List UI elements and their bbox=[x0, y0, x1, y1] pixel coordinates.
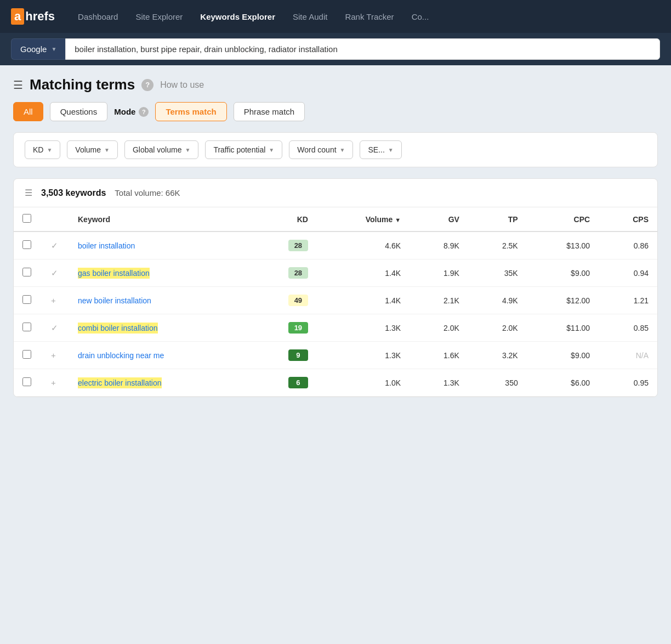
tp-cell: 35K bbox=[468, 259, 527, 287]
row-checkbox-cell bbox=[14, 287, 40, 314]
engine-label: Google bbox=[20, 44, 47, 54]
row-checkbox[interactable] bbox=[22, 377, 31, 386]
header-checkbox-col bbox=[14, 207, 40, 231]
row-icon-cell: ✓ bbox=[40, 259, 69, 287]
gv-cell: 1.6K bbox=[410, 342, 468, 369]
logo[interactable]: a hrefs bbox=[11, 8, 55, 25]
kd-badge: 19 bbox=[288, 322, 308, 334]
page-title: Matching terms bbox=[30, 76, 135, 93]
row-checkbox-cell bbox=[14, 314, 40, 342]
row-checkbox[interactable] bbox=[22, 268, 31, 276]
hamburger-icon[interactable]: ☰ bbox=[13, 78, 23, 92]
traffic-potential-filter-dropdown[interactable]: Traffic potential ▼ bbox=[205, 140, 282, 159]
engine-selector[interactable]: Google ▼ bbox=[11, 38, 65, 60]
questions-filter-button[interactable]: Questions bbox=[50, 102, 108, 121]
cpc-cell: $9.00 bbox=[527, 259, 599, 287]
cps-cell: N/A bbox=[599, 342, 657, 369]
tp-cell: 2.5K bbox=[468, 231, 527, 259]
kd-cell: 19 bbox=[251, 314, 316, 342]
kd-badge: 28 bbox=[288, 240, 308, 251]
global-volume-filter-dropdown[interactable]: Global volume ▼ bbox=[124, 140, 198, 159]
keyword-link[interactable]: drain unblocking near me bbox=[78, 351, 164, 360]
nav-site-audit[interactable]: Site Audit bbox=[286, 8, 334, 26]
volume-cell: 1.0K bbox=[317, 369, 410, 397]
results-section: ☰ 3,503 keywords Total volume: 66K Keywo… bbox=[13, 178, 658, 397]
tp-cell: 350 bbox=[468, 369, 527, 397]
keyword-link[interactable]: new boiler installation bbox=[78, 296, 151, 305]
kd-cell: 6 bbox=[251, 369, 316, 397]
all-filter-button[interactable]: All bbox=[13, 102, 43, 121]
row-checkbox[interactable] bbox=[22, 323, 31, 331]
keyword-link[interactable]: boiler installation bbox=[78, 241, 135, 250]
global-volume-dropdown-arrow-icon: ▼ bbox=[185, 147, 190, 153]
phrase-match-button[interactable]: Phrase match bbox=[234, 102, 305, 121]
nav-keywords-explorer[interactable]: Keywords Explorer bbox=[194, 8, 282, 26]
table-row: ✓ boiler installation 28 4.6K 8.9K 2.5K … bbox=[14, 231, 657, 259]
search-bar: Google ▼ bbox=[0, 33, 671, 65]
results-total-volume: Total volume: 66K bbox=[115, 188, 180, 197]
se-filter-dropdown[interactable]: SE... ▼ bbox=[360, 140, 401, 159]
select-all-checkbox[interactable] bbox=[22, 214, 31, 223]
volume-cell: 1.4K bbox=[317, 259, 410, 287]
cps-na: N/A bbox=[636, 351, 649, 360]
main-content: ☰ Matching terms ? How to use All Questi… bbox=[0, 65, 671, 408]
filter-row: All Questions Mode ? Terms match Phrase … bbox=[13, 102, 658, 121]
row-icon-cell: + bbox=[40, 342, 69, 369]
volume-filter-dropdown[interactable]: Volume ▼ bbox=[67, 140, 118, 159]
header-gv-col: GV bbox=[410, 207, 468, 231]
nav-more[interactable]: Co... bbox=[405, 8, 436, 26]
kd-badge: 6 bbox=[288, 377, 308, 388]
keyword-cell: boiler installation bbox=[69, 231, 251, 259]
keyword-link[interactable]: gas boiler installation bbox=[78, 268, 150, 279]
row-checkbox-cell bbox=[14, 342, 40, 369]
terms-match-button[interactable]: Terms match bbox=[155, 102, 226, 121]
keyword-cell: gas boiler installation bbox=[69, 259, 251, 287]
engine-chevron-icon: ▼ bbox=[51, 46, 56, 52]
volume-dropdown-arrow-icon: ▼ bbox=[104, 147, 110, 153]
cpc-cell: $11.00 bbox=[527, 314, 599, 342]
mode-help-icon[interactable]: ? bbox=[139, 107, 149, 117]
kd-filter-dropdown[interactable]: KD ▼ bbox=[25, 140, 60, 159]
kd-cell: 9 bbox=[251, 342, 316, 369]
header-keyword-col: Keyword bbox=[69, 207, 251, 231]
row-status-icon: ✓ bbox=[49, 241, 60, 250]
header-kd-col: KD bbox=[251, 207, 316, 231]
table-row: ✓ combi boiler installation 19 1.3K 2.0K… bbox=[14, 314, 657, 342]
kd-dropdown-arrow-icon: ▼ bbox=[47, 147, 52, 153]
cps-cell: 0.95 bbox=[599, 369, 657, 397]
nav-dashboard[interactable]: Dashboard bbox=[71, 8, 124, 26]
keyword-highlighted: combi boiler installation bbox=[78, 323, 158, 334]
results-count: 3,503 keywords bbox=[41, 188, 106, 198]
table-header-row: Keyword KD Volume ▼ GV TP CPC CPS bbox=[14, 207, 657, 231]
nav-site-explorer[interactable]: Site Explorer bbox=[129, 8, 189, 26]
row-checkbox-cell bbox=[14, 369, 40, 397]
keyword-cell: combi boiler installation bbox=[69, 314, 251, 342]
kd-cell: 28 bbox=[251, 259, 316, 287]
table-row: ✓ gas boiler installation 28 1.4K 1.9K 3… bbox=[14, 259, 657, 287]
row-status-icon: ✓ bbox=[49, 323, 60, 332]
cpc-cell: $9.00 bbox=[527, 342, 599, 369]
tp-cell: 4.9K bbox=[468, 287, 527, 314]
logo-text: hrefs bbox=[25, 9, 55, 24]
how-to-use-link[interactable]: How to use bbox=[160, 80, 204, 90]
cpc-cell: $6.00 bbox=[527, 369, 599, 397]
results-header: ☰ 3,503 keywords Total volume: 66K bbox=[14, 179, 657, 207]
keyword-link[interactable]: combi boiler installation bbox=[78, 323, 158, 334]
gv-cell: 2.1K bbox=[410, 287, 468, 314]
top-nav: a hrefs Dashboard Site Explorer Keywords… bbox=[0, 0, 671, 33]
tp-cell: 3.2K bbox=[468, 342, 527, 369]
row-checkbox[interactable] bbox=[22, 295, 31, 304]
row-checkbox[interactable] bbox=[22, 350, 31, 359]
row-icon-cell: ✓ bbox=[40, 231, 69, 259]
nav-rank-tracker[interactable]: Rank Tracker bbox=[338, 8, 400, 26]
word-count-filter-dropdown[interactable]: Word count ▼ bbox=[289, 140, 353, 159]
results-menu-icon[interactable]: ☰ bbox=[25, 188, 32, 198]
row-status-icon: + bbox=[49, 378, 58, 387]
search-input[interactable] bbox=[65, 38, 660, 60]
help-icon[interactable]: ? bbox=[141, 79, 153, 91]
row-checkbox[interactable] bbox=[22, 240, 31, 249]
keyword-link[interactable]: electric boiler installation bbox=[78, 377, 162, 388]
row-icon-cell: + bbox=[40, 287, 69, 314]
cpc-cell: $13.00 bbox=[527, 231, 599, 259]
gv-cell: 1.9K bbox=[410, 259, 468, 287]
